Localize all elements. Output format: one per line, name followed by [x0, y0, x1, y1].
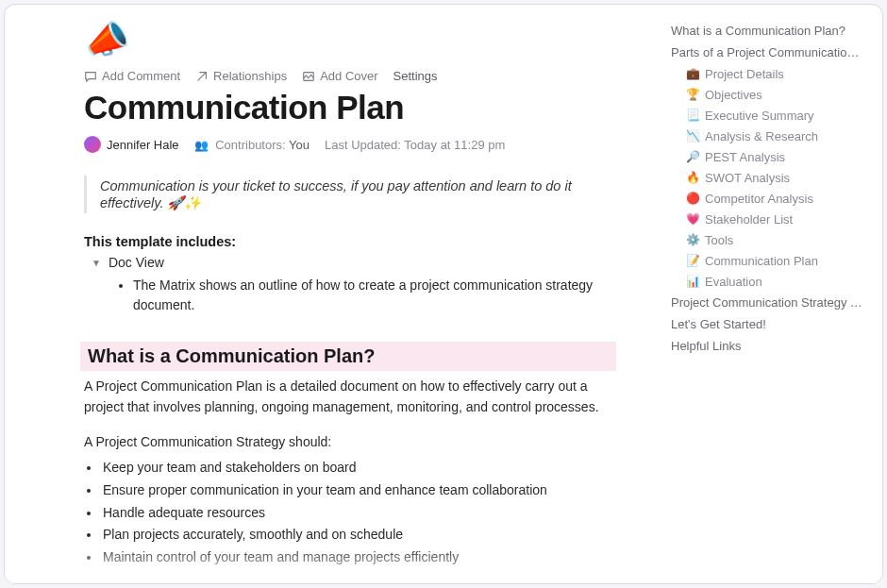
outline-item-icon: 🔴	[686, 192, 699, 205]
outline-item-label: Evaluation	[705, 275, 762, 289]
page-toolbar: Add Comment Relationships Add Cover Sett…	[84, 69, 620, 83]
relationships-icon	[195, 70, 209, 83]
outline-item-label: Communication Plan	[705, 254, 818, 268]
avatar	[84, 136, 101, 153]
toggle-label: Doc View	[109, 255, 164, 270]
toolbar-label: Add Cover	[320, 69, 377, 83]
outline-item-label: What is a Communication Plan?	[671, 24, 845, 38]
outline-item[interactable]: 📃Executive Summary	[671, 105, 865, 126]
outline-item[interactable]: Project Communication Strategy Tips!	[671, 292, 865, 313]
list-item[interactable]: Maintain control of your team and manage…	[101, 546, 620, 569]
outline-item[interactable]: 📊Evaluation	[671, 271, 865, 292]
outline-item[interactable]: 💗Stakeholder List	[671, 209, 865, 229]
comment-icon	[84, 70, 97, 83]
outline-item-label: Competitor Analysis	[705, 192, 813, 206]
outline-item-icon: 💼	[686, 67, 699, 80]
outline-item[interactable]: 🔴Competitor Analysis	[671, 188, 865, 209]
outline-item-icon: 📊	[686, 275, 699, 288]
includes-label[interactable]: This template includes:	[84, 234, 620, 249]
outline-item[interactable]: Parts of a Project Communication St…	[671, 42, 865, 63]
contributors[interactable]: 👥 Contributors: You	[194, 138, 310, 152]
last-updated: Last Updated: Today at 11:29 pm	[325, 138, 505, 152]
outline-item-label: Stakeholder List	[705, 212, 793, 227]
outline-item[interactable]: Let's Get Started!	[671, 313, 865, 335]
author-name: Jennifer Hale	[107, 138, 179, 152]
paragraph[interactable]: A Project Communication Strategy should:	[84, 432, 620, 453]
relationships-button[interactable]: Relationships	[195, 69, 287, 83]
contributors-label: Contributors:	[215, 138, 285, 152]
outline-item-icon: 🔥	[686, 171, 699, 184]
paragraph[interactable]: A Project Communication Plan is a detail…	[84, 377, 620, 417]
outline-item-icon: 📃	[686, 109, 699, 122]
cover-icon	[302, 70, 315, 83]
toolbar-label: Settings	[393, 69, 438, 83]
toolbar-label: Relationships	[213, 69, 287, 83]
last-updated-value: Today at 11:29 pm	[404, 138, 505, 152]
last-updated-label: Last Updated:	[325, 138, 401, 152]
outline-item-label: Project Communication Strategy Tips!	[671, 295, 865, 310]
author-chip[interactable]: Jennifer Hale	[84, 136, 179, 153]
outline-item-label: Objectives	[705, 88, 762, 102]
outline-item-icon: 💗	[686, 212, 699, 226]
outline-item-label: Executive Summary	[705, 109, 814, 123]
quote-block[interactable]: Communication is your ticket to success,…	[84, 176, 620, 213]
outline-item[interactable]: 💼Project Details	[671, 63, 865, 84]
document-window: 📣 Add Comment Relationships	[4, 4, 883, 584]
add-comment-button[interactable]: Add Comment	[84, 69, 180, 83]
outline-item-icon: 🏆	[686, 88, 699, 101]
outline-item[interactable]: 🔥SWOT Analysis	[671, 167, 865, 188]
page-icon[interactable]: 📣	[81, 18, 131, 61]
outline-item-icon: ⚙️	[686, 233, 699, 246]
outline-item-label: Parts of a Project Communication St…	[671, 45, 865, 59]
list-item[interactable]: Handle adequate resources	[101, 502, 620, 525]
outline-item-label: PEST Analysis	[705, 150, 785, 164]
outline-item[interactable]: 🏆Objectives	[671, 84, 865, 105]
outline-item-label: Let's Get Started!	[671, 317, 766, 331]
outline-item-icon: 🔎	[686, 150, 699, 163]
list-item[interactable]: Ensure proper communication in your team…	[101, 479, 620, 502]
outline-item-label: Tools	[705, 233, 733, 247]
meta-row: Jennifer Hale 👥 Contributors: You Last U…	[84, 136, 620, 153]
toolbar-label: Add Comment	[102, 69, 180, 83]
toggle-doc-view[interactable]: ▼ Doc View	[92, 255, 620, 270]
contributors-icon: 👥	[194, 139, 209, 152]
main-column: 📣 Add Comment Relationships	[5, 5, 665, 583]
heading-what-is[interactable]: What is a Communication Plan?	[80, 342, 616, 371]
content-area: 📣 Add Comment Relationships	[5, 22, 646, 583]
chevron-down-icon: ▼	[92, 258, 101, 268]
toggle-desc[interactable]: The Matrix shows an outline of how to cr…	[133, 276, 620, 315]
outline-item-label: Project Details	[705, 67, 784, 81]
outline-item[interactable]: 📉Analysis & Research	[671, 126, 865, 146]
outline-item-icon: 📝	[686, 254, 699, 267]
outline-sidebar: What is a Communication Plan?Parts of a …	[665, 5, 882, 583]
strategy-bullets: Keep your team and stakeholders on board…	[101, 457, 620, 569]
toggle-content: The Matrix shows an outline of how to cr…	[116, 276, 620, 315]
page-title[interactable]: Communication Plan	[84, 89, 620, 126]
outline-item[interactable]: 🔎PEST Analysis	[671, 146, 865, 167]
settings-button[interactable]: Settings	[393, 69, 438, 83]
outline-item-label: Analysis & Research	[705, 129, 818, 143]
outline-item[interactable]: ⚙️Tools	[671, 229, 865, 250]
list-item[interactable]: Keep your team and stakeholders on board	[101, 457, 620, 479]
outline-item[interactable]: 📝Communication Plan	[671, 250, 865, 271]
contributors-value: You	[289, 138, 310, 152]
add-cover-button[interactable]: Add Cover	[302, 69, 377, 83]
outline-item-label: Helpful Links	[671, 339, 741, 353]
outline-item[interactable]: Helpful Links	[671, 335, 865, 357]
outline-item-label: SWOT Analysis	[705, 171, 790, 185]
list-item[interactable]: Plan projects accurately, smoothly and o…	[101, 524, 620, 546]
outline-item[interactable]: What is a Communication Plan?	[671, 20, 865, 42]
outline-item-icon: 📉	[686, 129, 699, 143]
quote-text: Communication is your ticket to success,…	[100, 178, 572, 210]
